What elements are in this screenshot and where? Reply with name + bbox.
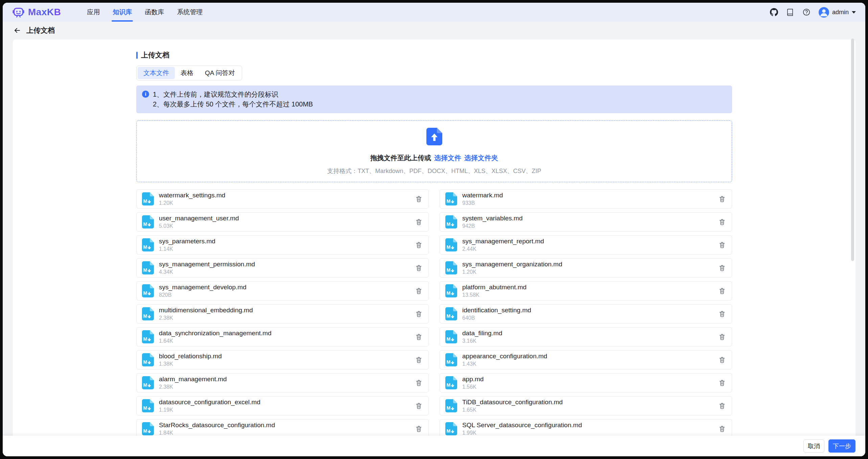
nav-item[interactable]: 系统管理 bbox=[170, 3, 209, 22]
delete-file-icon[interactable] bbox=[414, 218, 423, 226]
nav-item[interactable]: 知识库 bbox=[106, 3, 138, 22]
delete-file-icon[interactable] bbox=[718, 310, 726, 318]
file-size: 1.20K bbox=[159, 200, 225, 206]
file-dropzone[interactable]: 拖拽文件至此上传或选择文件选择文件夹 支持格式：TXT、Markdown、PDF… bbox=[136, 120, 732, 182]
delete-file-icon[interactable] bbox=[718, 195, 726, 203]
tab-item[interactable]: QA 问答对 bbox=[199, 67, 241, 79]
next-step-button[interactable]: 下一步 bbox=[828, 439, 855, 453]
file-name: watermark.md bbox=[462, 192, 503, 199]
markdown-file-icon: M bbox=[142, 422, 154, 435]
delete-file-icon[interactable] bbox=[414, 195, 423, 203]
supported-formats: 支持格式：TXT、Markdown、PDF、DOCX、HTML、XLS、XLSX… bbox=[327, 167, 541, 175]
file-list-item: M sys_management_develop.md 820B bbox=[136, 281, 429, 300]
file-name: sys_management_develop.md bbox=[159, 284, 247, 291]
page-header: 上传文档 bbox=[3, 22, 865, 39]
delete-file-icon[interactable] bbox=[718, 333, 726, 341]
markdown-file-icon: M bbox=[445, 192, 457, 206]
markdown-file-icon: M bbox=[142, 238, 154, 251]
svg-text:M: M bbox=[143, 336, 147, 342]
delete-file-icon[interactable] bbox=[718, 287, 726, 295]
tab-item[interactable]: 文本文件 bbox=[138, 67, 175, 79]
file-list-item: M datasource_configuration_excel.md 1.19… bbox=[136, 396, 429, 415]
tab-item[interactable]: 表格 bbox=[175, 67, 199, 79]
vertical-scrollbar[interactable] bbox=[851, 39, 854, 261]
back-button[interactable] bbox=[13, 26, 22, 35]
svg-text:M: M bbox=[447, 359, 451, 365]
markdown-file-icon: M bbox=[142, 399, 154, 412]
nav-item[interactable]: 函数库 bbox=[138, 3, 170, 22]
delete-file-icon[interactable] bbox=[414, 425, 423, 433]
docs-icon[interactable] bbox=[786, 8, 794, 16]
file-size: 1.84K bbox=[159, 430, 275, 436]
file-size: 1.14K bbox=[159, 246, 215, 252]
markdown-file-icon: M bbox=[445, 376, 457, 389]
file-name: SQL Server_datasource_configuration.md bbox=[462, 421, 582, 429]
markdown-file-icon: M bbox=[142, 353, 154, 366]
screenshot-frame: MaxKB 应用知识库函数库系统管理 admin bbox=[0, 0, 868, 459]
delete-file-icon[interactable] bbox=[414, 310, 423, 318]
markdown-file-icon: M bbox=[445, 261, 457, 274]
delete-file-icon[interactable] bbox=[718, 218, 726, 226]
delete-file-icon[interactable] bbox=[414, 241, 423, 249]
markdown-file-icon: M bbox=[445, 330, 457, 343]
markdown-file-icon: M bbox=[445, 399, 457, 412]
file-list-item: M data_synchronization_management.md 1.6… bbox=[136, 327, 429, 346]
file-list-item: M sys_management_permission.md 4.34K bbox=[136, 258, 429, 277]
delete-file-icon[interactable] bbox=[718, 241, 726, 249]
file-list-item: M system_variables.md 942B bbox=[440, 212, 732, 232]
file-name: multidimensional_embedding.md bbox=[159, 307, 253, 314]
file-size: 1.99K bbox=[462, 430, 582, 436]
svg-text:M: M bbox=[143, 405, 147, 411]
markdown-file-icon: M bbox=[142, 376, 154, 389]
uploaded-file-grid: M watermark_settings.md 1.20K M user_man… bbox=[136, 189, 732, 456]
notice-line-2: 2、每次最多上传 50 个文件，每个文件不超过 100MB bbox=[153, 99, 313, 109]
svg-text:M: M bbox=[143, 359, 147, 365]
delete-file-icon[interactable] bbox=[414, 402, 423, 410]
markdown-file-icon: M bbox=[142, 284, 154, 297]
file-name: app.md bbox=[462, 376, 484, 383]
file-size: 933B bbox=[462, 200, 503, 206]
file-name: TiDB_datasource_configuration.md bbox=[462, 398, 563, 406]
delete-file-icon[interactable] bbox=[414, 264, 423, 272]
file-size: 1.43K bbox=[462, 361, 547, 367]
delete-file-icon[interactable] bbox=[414, 333, 423, 341]
file-name: platform_abutment.md bbox=[462, 284, 526, 291]
user-menu[interactable]: admin bbox=[819, 7, 856, 18]
markdown-file-icon: M bbox=[445, 307, 457, 320]
svg-text:M: M bbox=[143, 198, 147, 204]
file-list-item: M platform_abutment.md 13.58K bbox=[440, 281, 732, 300]
dropzone-text: 拖拽文件至此上传或 bbox=[370, 154, 431, 162]
delete-file-icon[interactable] bbox=[414, 356, 423, 364]
file-name: appearance_configuration.md bbox=[462, 353, 547, 360]
delete-file-icon[interactable] bbox=[718, 425, 726, 433]
cancel-button[interactable]: 取消 bbox=[803, 439, 824, 453]
file-name: data_filing.md bbox=[462, 330, 502, 337]
select-folder-link[interactable]: 选择文件夹 bbox=[464, 154, 498, 162]
delete-file-icon[interactable] bbox=[718, 402, 726, 410]
section-title-bar bbox=[136, 52, 138, 59]
svg-text:M: M bbox=[447, 428, 451, 434]
brand-name: MaxKB bbox=[28, 7, 61, 18]
help-icon[interactable] bbox=[802, 8, 811, 16]
upload-notice: i 1、文件上传前，建议规范文件的分段标识 2、每次最多上传 50 个文件，每个… bbox=[136, 86, 732, 113]
file-list-item: M alarm_management.md 2.38K bbox=[136, 373, 429, 392]
svg-text:M: M bbox=[447, 336, 451, 342]
delete-file-icon[interactable] bbox=[718, 264, 726, 272]
delete-file-icon[interactable] bbox=[718, 379, 726, 387]
delete-file-icon[interactable] bbox=[718, 356, 726, 364]
delete-file-icon[interactable] bbox=[414, 379, 423, 387]
file-list-item: M sys_management_report.md 2.44K bbox=[440, 235, 732, 255]
file-size: 1.20K bbox=[462, 269, 562, 275]
brand[interactable]: MaxKB bbox=[12, 6, 61, 19]
maxkb-logo-icon bbox=[12, 6, 25, 19]
navbar-right: admin bbox=[770, 7, 856, 18]
file-size: 4.34K bbox=[159, 269, 255, 275]
markdown-file-icon: M bbox=[142, 307, 154, 320]
file-name: alarm_management.md bbox=[159, 376, 227, 383]
file-name: watermark_settings.md bbox=[159, 192, 225, 199]
select-file-link[interactable]: 选择文件 bbox=[434, 154, 461, 162]
delete-file-icon[interactable] bbox=[414, 287, 423, 295]
nav-item[interactable]: 应用 bbox=[80, 3, 106, 22]
github-icon[interactable] bbox=[770, 8, 778, 16]
file-name: blood_relationship.md bbox=[159, 353, 222, 360]
